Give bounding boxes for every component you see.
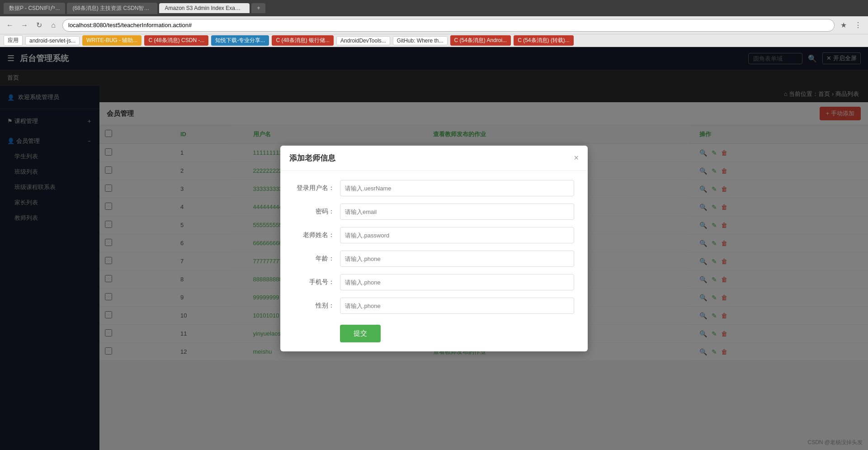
modal-close-button[interactable]: × (574, 153, 579, 163)
label-gender: 性别： (294, 302, 335, 310)
browser-nav-bar: ← → ↻ ⌂ ★ ⋮ (0, 16, 868, 34)
bookmark-5[interactable]: C (48条消息) 银行储... (272, 35, 334, 46)
app-container: ☰ 后台管理系统 🔍 ✕ 开启全屏 首页 👤 欢迎系统管理员 ⚑ 课程管理 ＋ (0, 47, 868, 450)
home-button[interactable]: ⌂ (48, 20, 59, 31)
label-username: 登录用户名： (294, 184, 335, 192)
browser-tab-2[interactable]: (68条消息) 主技资源 CSDN智旨... (67, 3, 157, 14)
bookmark-1[interactable]: android-servlet-js... (25, 36, 80, 45)
modal-title: 添加老师信息 (289, 153, 335, 163)
modal: 添加老师信息 × 登录用户名： 密码： 老师姓名： 年龄： (280, 146, 588, 351)
submit-button[interactable]: 提交 (340, 325, 381, 342)
form-submit-row: 提交 (294, 321, 574, 342)
browser-tab-4[interactable]: + (251, 3, 265, 13)
label-age: 年龄： (294, 255, 335, 263)
input-username[interactable] (340, 180, 574, 196)
label-password: 密码： (294, 208, 335, 216)
bookmark-2[interactable]: WRITE-BUG - 辅助... (82, 35, 142, 46)
modal-header: 添加老师信息 × (280, 146, 588, 171)
forward-button[interactable]: → (19, 20, 30, 31)
bookmark-8[interactable]: C (54条消息) Androi... (450, 35, 511, 46)
bookmark-3[interactable]: C (48条消息) CSDN -... (144, 35, 208, 46)
browser-tab-3[interactable]: Amazon S3 Admin Index Examp... (159, 3, 250, 13)
input-age[interactable] (340, 251, 574, 267)
modal-body: 登录用户名： 密码： 老师姓名： 年龄： 手机号： (280, 171, 588, 351)
input-phone[interactable] (340, 274, 574, 290)
bookmark-button[interactable]: ★ (838, 20, 849, 31)
input-password[interactable] (340, 204, 574, 220)
refresh-button[interactable]: ↻ (33, 20, 44, 31)
form-row-realname: 老师姓名： (294, 227, 574, 243)
bookmark-9[interactable]: C (54条消息) (转载)... (514, 35, 574, 46)
modal-overlay: 添加老师信息 × 登录用户名： 密码： 老师姓名： 年龄： (0, 47, 868, 450)
form-row-gender: 性别： (294, 298, 574, 314)
label-realname: 老师姓名： (294, 231, 335, 239)
back-button[interactable]: ← (5, 20, 15, 31)
bookmarks-bar: 应用 android-servlet-js... WRITE-BUG - 辅助.… (0, 34, 868, 47)
browser-tab-1[interactable]: 数据P - CSDNIFI户... (4, 3, 65, 14)
input-gender[interactable] (340, 298, 574, 314)
address-bar[interactable] (62, 19, 835, 32)
settings-button[interactable]: ⋮ (853, 20, 863, 31)
form-row-phone: 手机号： (294, 274, 574, 290)
bookmark-7[interactable]: GitHub: Where th... (393, 36, 448, 45)
bookmark-6[interactable]: AndroidDevTools... (336, 36, 390, 45)
browser-tab-bar: 数据P - CSDNIFI户... (68条消息) 主技资源 CSDN智旨...… (0, 0, 868, 16)
bookmark-apps[interactable]: 应用 (4, 35, 23, 46)
form-row-age: 年龄： (294, 251, 574, 267)
input-realname[interactable] (340, 227, 574, 243)
bookmark-4[interactable]: 知悦下载-专业分享... (211, 35, 269, 46)
label-phone: 手机号： (294, 278, 335, 286)
form-row-password: 密码： (294, 204, 574, 220)
form-row-username: 登录用户名： (294, 180, 574, 196)
